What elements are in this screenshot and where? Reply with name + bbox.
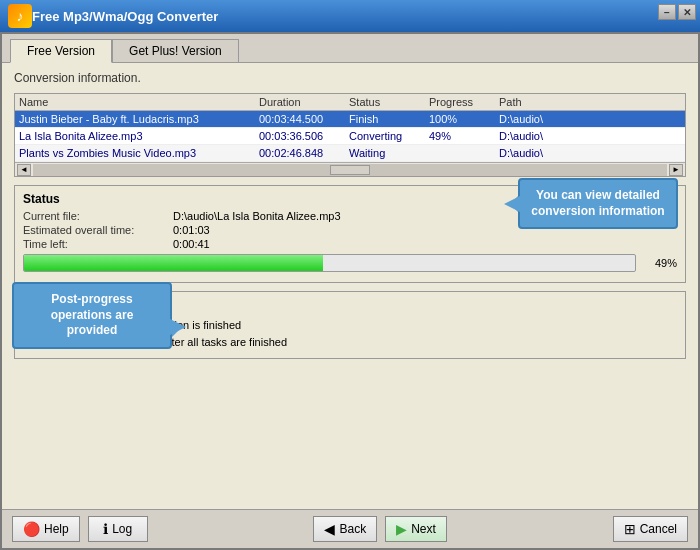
row1-progress: 100% bbox=[429, 113, 499, 125]
progress-percent: 49% bbox=[642, 257, 677, 269]
row3-name: Plants vs Zombies Music Video.mp3 bbox=[19, 147, 259, 159]
content-area: Conversion information. Name Duration St… bbox=[2, 63, 698, 509]
status-label-overall: Estimated overall time: bbox=[23, 224, 173, 236]
conversion-label: Conversion information. bbox=[14, 71, 686, 85]
log-icon: ℹ bbox=[103, 521, 108, 537]
status-row-time-left: Time left: 0:00:41 bbox=[23, 238, 677, 250]
app-icon: ♪ bbox=[8, 4, 32, 28]
progress-bar-outer bbox=[23, 254, 636, 272]
status-label-timeleft: Time left: bbox=[23, 238, 173, 250]
scroll-thumb[interactable] bbox=[330, 165, 370, 175]
status-value-timeleft: 0:00:41 bbox=[173, 238, 210, 250]
row2-path: D:\audio\ bbox=[499, 130, 681, 142]
scroll-right-button[interactable]: ► bbox=[669, 164, 683, 176]
col-header-name: Name bbox=[19, 96, 259, 108]
next-button[interactable]: ▶ Next bbox=[385, 516, 447, 542]
status-label-current: Current file: bbox=[23, 210, 173, 222]
table-row[interactable]: La Isla Bonita Alizee.mp3 00:03:36.506 C… bbox=[15, 128, 685, 145]
col-header-path: Path bbox=[499, 96, 681, 108]
help-icon: 🔴 bbox=[23, 521, 40, 537]
status-value-overall: 0:01:03 bbox=[173, 224, 210, 236]
file-table-wrapper: Name Duration Status Progress Path Justi… bbox=[14, 93, 686, 177]
table-body: Justin Bieber - Baby ft. Ludacris.mp3 00… bbox=[15, 111, 685, 162]
close-button[interactable]: ✕ bbox=[678, 4, 696, 20]
next-icon: ▶ bbox=[396, 521, 407, 537]
row3-progress bbox=[429, 147, 499, 159]
table-scrollbar[interactable]: ◄ ► bbox=[15, 162, 685, 176]
row2-duration: 00:03:36.506 bbox=[259, 130, 349, 142]
row2-name: La Isla Bonita Alizee.mp3 bbox=[19, 130, 259, 142]
col-header-status: Status bbox=[349, 96, 429, 108]
row3-duration: 00:02:46.848 bbox=[259, 147, 349, 159]
app-title: Free Mp3/Wma/Ogg Converter bbox=[32, 9, 218, 24]
table-header: Name Duration Status Progress Path bbox=[15, 94, 685, 111]
back-icon: ◀ bbox=[324, 521, 335, 537]
help-button[interactable]: 🔴 Help bbox=[12, 516, 80, 542]
row2-progress: 49% bbox=[429, 130, 499, 142]
tab-bar: Free Version Get Plus! Version bbox=[2, 34, 698, 63]
table-row[interactable]: Justin Bieber - Baby ft. Ludacris.mp3 00… bbox=[15, 111, 685, 128]
status-value-current: D:\audio\La Isla Bonita Alizee.mp3 bbox=[173, 210, 341, 222]
tab-plus-version[interactable]: Get Plus! Version bbox=[112, 39, 239, 63]
bottom-bar: 🔴 Help ℹ Log ◀ Back ▶ Next ⊞ Cancel bbox=[2, 509, 698, 548]
row1-name: Justin Bieber - Baby ft. Ludacris.mp3 bbox=[19, 113, 259, 125]
minimize-button[interactable]: − bbox=[658, 4, 676, 20]
title-bar-controls: − ✕ bbox=[658, 4, 696, 20]
title-bar: ♪ Free Mp3/Wma/Ogg Converter − ✕ bbox=[0, 0, 700, 32]
row2-status: Converting bbox=[349, 130, 429, 142]
row3-path: D:\audio\ bbox=[499, 147, 681, 159]
col-header-progress: Progress bbox=[429, 96, 499, 108]
tooltip-post-progress: Post-progress operations are provided bbox=[12, 282, 172, 349]
scroll-track[interactable] bbox=[33, 164, 667, 176]
col-header-duration: Duration bbox=[259, 96, 349, 108]
row1-status: Finish bbox=[349, 113, 429, 125]
log-button[interactable]: ℹ Log bbox=[88, 516, 148, 542]
row1-path: D:\audio\ bbox=[499, 113, 681, 125]
row3-status: Waiting bbox=[349, 147, 429, 159]
main-window: Free Version Get Plus! Version Conversio… bbox=[0, 32, 700, 550]
progress-container: 49% bbox=[23, 254, 677, 272]
tooltip-conversion-info: You can view detailed conversion informa… bbox=[518, 178, 678, 229]
row1-duration: 00:03:44.500 bbox=[259, 113, 349, 125]
tab-free-version[interactable]: Free Version bbox=[10, 39, 112, 63]
back-button[interactable]: ◀ Back bbox=[313, 516, 377, 542]
progress-bar-inner bbox=[24, 255, 323, 271]
table-row[interactable]: Plants vs Zombies Music Video.mp3 00:02:… bbox=[15, 145, 685, 162]
cancel-icon: ⊞ bbox=[624, 521, 636, 537]
cancel-button[interactable]: ⊞ Cancel bbox=[613, 516, 688, 542]
scroll-left-button[interactable]: ◄ bbox=[17, 164, 31, 176]
